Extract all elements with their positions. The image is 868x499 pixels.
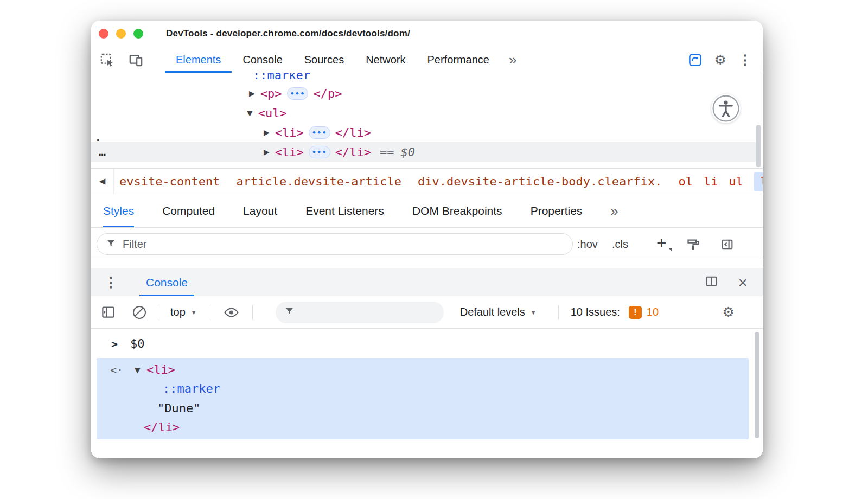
console-settings-gear-icon[interactable]: ⚙: [723, 305, 735, 319]
tree-scrollbar[interactable]: [756, 125, 761, 167]
tab-layout[interactable]: Layout: [243, 194, 277, 227]
tab-label: Layout: [243, 204, 277, 217]
tag-close: </li>: [144, 418, 180, 437]
return-value-arrow-icon: <·: [110, 360, 123, 380]
tab-label: Computed: [162, 204, 215, 217]
expand-arrow-icon[interactable]: ▶: [249, 89, 255, 98]
more-panels-chevron-icon[interactable]: »: [509, 53, 516, 67]
console-message-row[interactable]: > $0: [91, 333, 763, 355]
settings-gear-icon[interactable]: ⚙: [714, 53, 726, 67]
tag-close: </li>: [335, 145, 371, 159]
minimize-window-button[interactable]: [116, 29, 126, 39]
breadcrumb-item-devsite-content[interactable]: evsite-content: [119, 175, 220, 188]
console-drawer-header: ⋮ Console ×: [91, 268, 763, 296]
tree-row-ul[interactable]: ▼ <ul>: [91, 103, 756, 123]
ellipsis-expand-icon[interactable]: •••: [287, 87, 309, 100]
device-toolbar-icon[interactable]: [129, 53, 143, 67]
pseudo-element-marker[interactable]: ::marker: [163, 379, 220, 399]
styles-filter-input[interactable]: [123, 238, 564, 251]
kebab-menu-icon[interactable]: ⋮: [104, 276, 118, 289]
breadcrumb-item-ul[interactable]: ul: [729, 175, 743, 188]
kebab-menu-icon[interactable]: ⋮: [738, 53, 752, 67]
panel-tabs: Elements Console Sources Network Perform…: [165, 47, 500, 73]
tab-console[interactable]: Console: [232, 47, 293, 73]
breadcrumb-item-li-selected[interactable]: li: [754, 172, 763, 191]
issues-label: 10 Issues:: [571, 306, 620, 318]
pseudo-element-marker[interactable]: ::marker: [253, 73, 310, 82]
chevron-down-icon: ▼: [531, 309, 537, 316]
console-scrollbar[interactable]: [755, 332, 760, 438]
console-prompt-icon: >: [111, 333, 118, 355]
tab-label: Styles: [103, 204, 134, 217]
breadcrumb-item-ol[interactable]: ol: [678, 175, 693, 188]
close-window-button[interactable]: [99, 29, 108, 39]
tab-computed[interactable]: Computed: [162, 194, 215, 227]
new-style-rule-button[interactable]: +: [656, 228, 667, 260]
clear-console-icon[interactable]: [133, 306, 146, 319]
more-tabs-chevron-icon[interactable]: »: [610, 204, 618, 218]
console-sidebar-icon[interactable]: [101, 305, 116, 319]
tab-network[interactable]: Network: [355, 47, 416, 73]
tab-label: Event Listeners: [305, 204, 384, 217]
console-filter-input[interactable]: [301, 306, 435, 318]
expand-arrow-icon[interactable]: ▶: [264, 148, 270, 156]
tab-label: Performance: [427, 54, 490, 66]
tab-event-listeners[interactable]: Event Listeners: [305, 194, 384, 227]
ellipsis-expand-icon[interactable]: •••: [309, 146, 330, 158]
tab-elements[interactable]: Elements: [165, 47, 232, 73]
dom-breadcrumb: ◀ evsite-content article.devsite-article…: [91, 168, 763, 194]
issues-counter[interactable]: 10 Issues: ! 10: [571, 306, 659, 319]
title-bar: DevTools - developer.chrome.com/docs/dev…: [91, 21, 763, 47]
console-result-selected[interactable]: <· ▼ <li> ::marker "Dune" </li>: [97, 358, 749, 439]
close-icon[interactable]: ×: [738, 274, 748, 291]
tree-row-p[interactable]: ▶ <p> ••• </p>: [91, 84, 756, 103]
breadcrumb-item-div[interactable]: div.devsite-article-body.clearfix.: [418, 175, 662, 188]
tab-label: Console: [146, 276, 188, 289]
chevron-down-icon: ▼: [191, 309, 197, 316]
log-levels-selector[interactable]: Default levels ▼: [460, 306, 537, 318]
tree-row-li-selected[interactable]: … ▶ <li> ••• </li> == $0: [91, 142, 756, 162]
text-node-value: "Dune": [157, 399, 200, 418]
tab-sources[interactable]: Sources: [293, 47, 355, 73]
ellipsis-expand-icon[interactable]: •••: [309, 126, 330, 139]
tag-open: <li>: [275, 145, 304, 159]
tab-label: Properties: [531, 204, 583, 217]
dock-side-icon[interactable]: [705, 274, 718, 290]
collapse-arrow-icon[interactable]: ▼: [135, 360, 141, 380]
collapse-panel-icon[interactable]: [720, 238, 734, 253]
tab-label: Network: [366, 54, 405, 66]
breadcrumb-item-li[interactable]: li: [704, 175, 718, 188]
context-selector[interactable]: top ▼: [170, 306, 197, 318]
paint-roller-icon[interactable]: [686, 237, 700, 254]
tab-styles[interactable]: Styles: [103, 194, 134, 227]
pseudo-state-toggle[interactable]: :hov: [577, 228, 598, 260]
equals-sign: ==: [380, 145, 394, 159]
tree-row-li[interactable]: ▶ <li> ••• </li>: [91, 123, 756, 142]
console-messages: > $0 <· ▼ <li> ::marker "Dune" </li>: [91, 329, 763, 458]
accessibility-icon[interactable]: [711, 94, 741, 123]
tab-performance[interactable]: Performance: [417, 47, 501, 73]
screen-rotation-icon[interactable]: [688, 53, 703, 67]
live-expression-eye-icon[interactable]: [224, 306, 239, 319]
devtools-main-toolbar: Elements Console Sources Network Perform…: [91, 47, 763, 73]
tree-row-marker[interactable]: ::marker: [91, 73, 756, 85]
breadcrumb-item-article[interactable]: article.devsite-article: [236, 175, 401, 188]
tab-label: Sources: [304, 54, 344, 66]
drawer-header-controls: ×: [705, 274, 763, 291]
tab-label: Console: [242, 54, 282, 66]
tab-properties[interactable]: Properties: [531, 194, 583, 227]
expand-arrow-icon[interactable]: ▶: [264, 128, 270, 137]
zoom-window-button[interactable]: [133, 29, 143, 39]
inspect-element-icon[interactable]: [100, 53, 114, 67]
clipped-text-fragment: …: [99, 142, 106, 162]
class-toggle[interactable]: .cls: [612, 228, 628, 260]
tab-dom-breakpoints[interactable]: DOM Breakpoints: [412, 194, 502, 227]
styles-filter-field[interactable]: [97, 233, 573, 255]
console-filter-field[interactable]: [276, 302, 444, 323]
styles-sidebar-tabs: Styles Computed Layout Event Listeners D…: [91, 194, 763, 228]
breadcrumb-back-icon[interactable]: ◀: [91, 169, 114, 194]
collapse-arrow-icon[interactable]: ▼: [247, 108, 253, 117]
tag-open: <ul>: [258, 106, 287, 120]
tag-close: </p>: [313, 87, 342, 100]
tab-console-drawer[interactable]: Console: [139, 268, 194, 296]
